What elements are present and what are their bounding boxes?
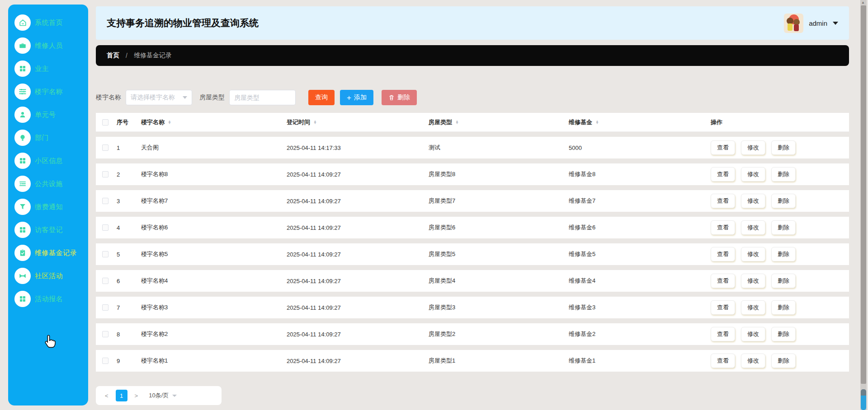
cell-fund: 5000 [568, 144, 710, 151]
row-checkbox[interactable] [102, 358, 108, 364]
cell-time: 2025-04-11 14:09:27 [286, 358, 428, 364]
sidebar-item-12[interactable]: 社区活动 [14, 268, 88, 284]
edit-row-button[interactable]: 修改 [741, 194, 765, 208]
breadcrumb: 首页 / 维修基金记录 [96, 45, 849, 66]
sidebar-item-2[interactable]: 维修人员 [14, 37, 88, 54]
table-row: 4楼宇名称62025-04-11 14:09:27房屋类型6维修基金6查看修改删… [96, 217, 849, 238]
house-type-input[interactable] [229, 90, 296, 105]
clipboard-check-icon [14, 245, 31, 261]
user-menu[interactable]: admin [784, 14, 838, 33]
query-button[interactable]: 查询 [308, 90, 335, 105]
cell-actions: 查看修改删除 [710, 300, 849, 315]
view-row-button[interactable]: 查看 [711, 327, 735, 341]
view-row-button[interactable]: 查看 [711, 140, 735, 155]
cell-fund: 维修基金4 [568, 277, 710, 285]
cell-building: 楼宇名称4 [140, 277, 286, 285]
table-row: 5楼宇名称52025-04-11 14:09:27房屋类型5维修基金5查看修改删… [96, 243, 849, 265]
delete-row-button[interactable]: 删除 [771, 274, 796, 288]
add-button-label: 添加 [354, 93, 367, 102]
row-checkbox[interactable] [102, 331, 108, 337]
row-checkbox[interactable] [102, 144, 108, 151]
plus-icon: + [347, 94, 351, 102]
view-row-button[interactable]: 查看 [711, 194, 735, 208]
building-select[interactable]: 请选择楼宇名称 [126, 90, 192, 105]
delete-row-button[interactable]: 删除 [771, 220, 796, 235]
edit-row-button[interactable]: 修改 [741, 354, 765, 368]
breadcrumb-home[interactable]: 首页 [107, 51, 119, 60]
scroll-up-arrow-icon[interactable]: ▲ [861, 0, 865, 5]
avatar[interactable] [784, 14, 803, 33]
edit-row-button[interactable]: 修改 [741, 167, 765, 182]
sidebar-item-11[interactable]: 维修基金记录 [14, 245, 88, 261]
view-row-button[interactable]: 查看 [711, 300, 735, 315]
sidebar-item-label: 业主 [35, 65, 49, 73]
edit-row-button[interactable]: 修改 [741, 140, 765, 155]
sort-icon[interactable]: ▲▼ [168, 121, 171, 124]
grid-icon [14, 61, 31, 77]
delete-row-button[interactable]: 删除 [771, 247, 796, 261]
ticket-icon [14, 268, 31, 284]
scrollbar-thumb[interactable] [861, 5, 866, 384]
sort-icon[interactable]: ▲▼ [595, 121, 599, 124]
prev-page-button[interactable]: < [102, 392, 111, 399]
sidebar-item-6[interactable]: 部门 [14, 130, 88, 146]
sidebar-item-7[interactable]: 小区信息 [14, 153, 88, 169]
edit-row-button[interactable]: 修改 [741, 274, 765, 288]
delete-row-button[interactable]: 删除 [771, 140, 796, 155]
sidebar-item-5[interactable]: 单元号 [14, 107, 88, 123]
edit-row-button[interactable]: 修改 [741, 300, 765, 315]
row-checkbox[interactable] [102, 278, 108, 284]
row-checkbox[interactable] [102, 251, 108, 257]
add-button[interactable]: + 添加 [340, 90, 373, 105]
delete-row-button[interactable]: 删除 [771, 167, 796, 182]
house-type-filter-label: 房屋类型 [199, 93, 225, 102]
edit-row-button[interactable]: 修改 [741, 247, 765, 261]
sidebar-item-label: 部门 [35, 134, 49, 142]
view-row-button[interactable]: 查看 [711, 167, 735, 182]
delete-row-button[interactable]: 删除 [771, 354, 796, 368]
sidebar-item-1[interactable]: 系统首页 [14, 14, 88, 31]
sidebar-item-4[interactable]: 楼宇名称 [14, 84, 88, 100]
cell-time: 2025-04-11 14:09:27 [286, 331, 428, 338]
page-size-select[interactable]: 10条/页 [149, 391, 177, 400]
sort-icon[interactable]: ▲▼ [313, 121, 317, 124]
select-all-checkbox[interactable] [102, 119, 108, 126]
edit-row-button[interactable]: 修改 [741, 327, 765, 341]
mouse-cursor-hand [43, 334, 57, 349]
delete-row-button[interactable]: 删除 [771, 194, 796, 208]
cell-actions: 查看修改删除 [710, 327, 849, 341]
cell-time: 2025-04-11 14:09:27 [286, 198, 428, 205]
view-row-button[interactable]: 查看 [711, 220, 735, 235]
edit-row-button[interactable]: 修改 [741, 220, 765, 235]
row-checkbox[interactable] [102, 304, 108, 311]
sidebar-item-3[interactable]: 业主 [14, 61, 88, 77]
query-button-label: 查询 [315, 93, 328, 102]
sidebar-item-9[interactable]: 缴费通知 [14, 199, 88, 215]
sidebar-item-13[interactable]: 活动报名 [14, 291, 88, 307]
cell-building: 楼宇名称7 [140, 197, 286, 205]
delete-row-button[interactable]: 删除 [771, 327, 796, 341]
row-checkbox[interactable] [102, 198, 108, 204]
sort-icon[interactable]: ▲▼ [455, 121, 459, 124]
grid-icon [14, 222, 31, 238]
view-row-button[interactable]: 查看 [711, 247, 735, 261]
view-row-button[interactable]: 查看 [711, 274, 735, 288]
delete-button-label: 删除 [397, 93, 410, 102]
cell-fund: 维修基金1 [568, 357, 710, 365]
row-checkbox[interactable] [102, 171, 108, 177]
page-1-button[interactable]: 1 [116, 390, 127, 401]
chevron-down-icon [833, 22, 838, 25]
sidebar-item-10[interactable]: 访客登记 [14, 222, 88, 238]
cell-index: 9 [116, 358, 140, 364]
row-checkbox[interactable] [102, 224, 108, 231]
table-row: 3楼宇名称72025-04-11 14:09:27房屋类型7维修基金7查看修改删… [96, 190, 849, 212]
cell-actions: 查看修改删除 [710, 167, 849, 182]
cell-house-type: 房屋类型6 [428, 224, 568, 232]
view-row-button[interactable]: 查看 [711, 354, 735, 368]
next-page-button[interactable]: > [132, 392, 141, 399]
delete-row-button[interactable]: 删除 [771, 300, 796, 315]
cell-fund: 维修基金7 [568, 197, 710, 205]
sidebar-item-8[interactable]: 公共设施 [14, 176, 88, 192]
delete-button[interactable]: 删除 [382, 90, 417, 105]
vertical-scrollbar[interactable]: ▲ [860, 0, 867, 410]
